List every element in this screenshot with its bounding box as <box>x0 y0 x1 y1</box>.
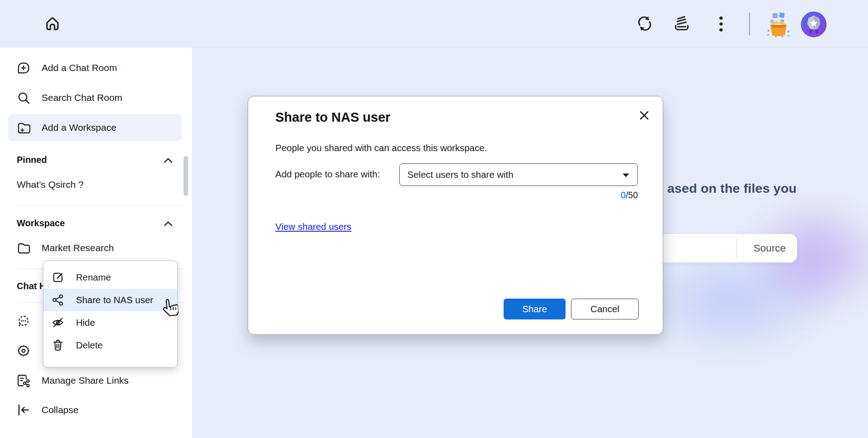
refresh-icon <box>635 14 655 33</box>
count-max: /50 <box>626 190 638 200</box>
gear-icon <box>17 344 30 358</box>
sidebar: Add a Chat Room Search Chat Room Add a W… <box>0 48 193 438</box>
sidebar-item-market-research[interactable]: Market Research <box>0 235 193 261</box>
dialog-title: Share to NAS user <box>275 110 391 125</box>
pinned-item-label: What’s Qsirch ? <box>17 179 84 190</box>
sidebar-item-label: Add a Chat Room <box>42 62 117 73</box>
account-avatar[interactable] <box>799 10 828 39</box>
whats-new-icon <box>765 11 792 38</box>
sidebar-item-label: Collapse <box>42 405 79 415</box>
sidebar-item-label: Add a Workspace <box>42 122 116 133</box>
menu-item-delete[interactable]: Delete <box>43 334 177 357</box>
dialog-description: People you shared with can access this w… <box>275 143 487 153</box>
count-current: 0 <box>621 190 626 200</box>
home-icon <box>43 14 62 33</box>
collapse-icon <box>17 403 30 417</box>
share-links-icon <box>17 374 30 387</box>
home-button[interactable] <box>40 11 65 37</box>
dropdown-placeholder: Select users to share with <box>407 169 514 180</box>
folder-plus-icon <box>17 121 30 134</box>
user-count-indicator: 0/50 <box>547 190 638 200</box>
refresh-button[interactable] <box>634 13 656 34</box>
menu-item-label: Share to NAS user <box>76 295 153 305</box>
whats-new-button[interactable] <box>764 10 793 39</box>
account-badge-avatar-icon <box>800 10 828 38</box>
sidebar-item-add-workspace[interactable]: Add a Workspace <box>0 115 193 140</box>
close-icon <box>638 110 650 121</box>
delete-icon <box>52 339 64 352</box>
menu-item-label: Delete <box>76 340 103 351</box>
sidebar-item-label: Manage Share Links <box>42 375 129 386</box>
workspace-headline-fragment: ased on the files you <box>667 181 797 196</box>
select-users-dropdown[interactable]: Select users to share with <box>399 163 638 186</box>
sidebar-item-search-chat-room[interactable]: Search Chat Room <box>0 85 193 110</box>
kebab-menu-icon <box>713 14 729 34</box>
sidebar-item-add-chat-room[interactable]: Add a Chat Room <box>0 55 193 81</box>
section-header-pinned: Pinned <box>17 155 47 165</box>
topbar-divider <box>749 13 750 35</box>
topbar <box>0 0 868 48</box>
qsirch-app: ased on the files you Source <box>0 0 868 438</box>
input-bar-divider <box>736 238 737 258</box>
source-button[interactable]: Source <box>742 234 797 262</box>
sidebar-item-whats-qsirch[interactable]: What’s Qsirch ? <box>0 172 193 197</box>
more-options-button[interactable] <box>712 14 730 34</box>
chevron-up-icon[interactable] <box>163 219 174 229</box>
sidebar-item-collapse[interactable]: Collapse <box>0 397 193 423</box>
chat-plus-icon <box>17 61 30 75</box>
view-shared-users-link[interactable]: View shared users <box>275 221 351 232</box>
search-icon <box>17 91 30 105</box>
chevron-down-icon <box>623 173 629 177</box>
share-with-label: Add people to share with: <box>275 169 380 180</box>
collections-button[interactable] <box>671 13 693 34</box>
sidebar-item-label: Market Research <box>42 243 114 253</box>
sidebar-item-label: Search Chat Room <box>42 92 123 103</box>
close-button[interactable] <box>635 106 653 124</box>
share-button[interactable]: Share <box>504 299 566 319</box>
share-to-nas-user-dialog: Share to NAS user People you shared with… <box>248 96 663 335</box>
hide-icon <box>52 316 64 329</box>
cancel-button[interactable]: Cancel <box>571 299 639 319</box>
folder-icon <box>17 241 30 255</box>
share-icon <box>52 294 64 306</box>
workspace-context-menu: Rename Share to NAS user Hide Delete <box>43 261 178 367</box>
menu-item-rename[interactable]: Rename <box>43 266 177 289</box>
sidebar-divider <box>17 205 184 205</box>
sidebar-item-manage-share-links[interactable]: Manage Share Links <box>0 368 193 393</box>
rename-icon <box>52 271 64 284</box>
menu-item-share-to-nas-user[interactable]: Share to NAS user <box>43 289 177 311</box>
menu-item-label: Hide <box>76 317 95 328</box>
chevron-up-icon[interactable] <box>163 155 174 166</box>
section-header-workspace: Workspace <box>17 218 65 229</box>
collections-icon <box>672 14 692 33</box>
menu-item-hide[interactable]: Hide <box>43 311 177 334</box>
dashed-chat-bubble-icon <box>17 314 30 328</box>
menu-item-label: Rename <box>76 272 111 283</box>
